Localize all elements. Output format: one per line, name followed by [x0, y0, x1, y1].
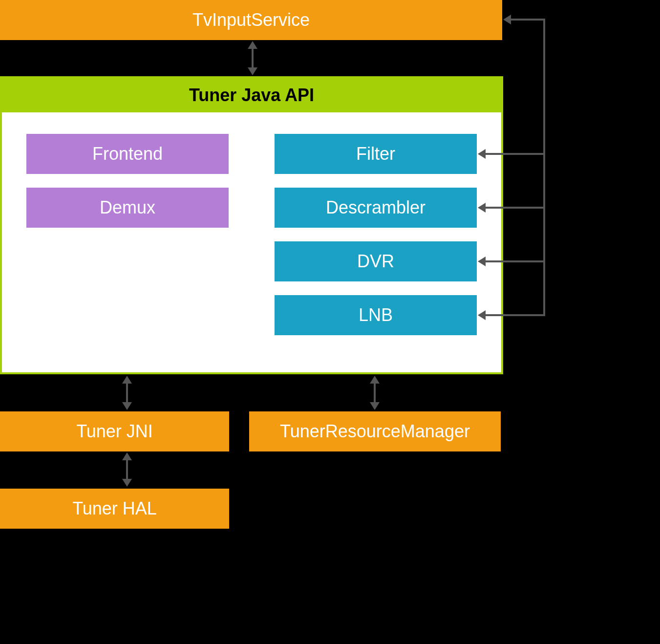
tuner-resource-manager-label: TunerResourceManager	[280, 421, 470, 442]
arrow-right-to-lnb	[486, 314, 545, 316]
demux-label: Demux	[100, 197, 155, 218]
filter-block: Filter	[275, 134, 477, 174]
arrow-right-trunk	[543, 20, 545, 315]
tuner-hal-label: Tuner HAL	[72, 498, 157, 519]
descrambler-label: Descrambler	[326, 197, 426, 218]
arrowhead-right-to-tvis	[503, 15, 511, 24]
demux-block: Demux	[26, 188, 229, 228]
arrowhead-tvis-api-up	[248, 41, 257, 49]
arrowhead-api-jni-down	[122, 402, 132, 410]
tv-input-service-block: TvInputService	[0, 0, 502, 40]
arrow-tvis-api	[252, 48, 254, 68]
tuner-hal-block: Tuner HAL	[0, 489, 229, 529]
arrowhead-right-to-filter	[478, 149, 486, 159]
tv-input-service-label: TvInputService	[192, 10, 310, 30]
arrowhead-right-to-lnb	[478, 310, 486, 320]
arrowhead-tvis-api-down	[248, 67, 257, 75]
arrowhead-right-to-descrambler	[478, 203, 486, 213]
lnb-label: LNB	[359, 305, 393, 325]
dvr-block: DVR	[275, 241, 477, 281]
descrambler-block: Descrambler	[275, 188, 477, 228]
arrow-right-to-tvis	[511, 19, 545, 21]
arrowhead-api-trm-down	[370, 402, 380, 410]
frontend-label: Frontend	[92, 144, 163, 164]
tuner-jni-label: Tuner JNI	[76, 421, 153, 442]
tuner-jni-block: Tuner JNI	[0, 411, 229, 451]
arrow-right-to-descrambler	[486, 207, 545, 209]
arrowhead-api-trm-up	[370, 376, 380, 384]
arrow-right-to-filter	[486, 153, 545, 155]
tuner-java-api-title: Tuner Java API	[189, 85, 314, 106]
arrowhead-api-jni-up	[122, 376, 132, 384]
dvr-label: DVR	[357, 251, 394, 272]
tuner-java-api-header: Tuner Java API	[2, 78, 501, 112]
filter-label: Filter	[356, 144, 395, 164]
tuner-resource-manager-block: TunerResourceManager	[249, 411, 501, 451]
lnb-block: LNB	[275, 295, 477, 335]
arrow-api-trm	[374, 383, 376, 403]
arrowhead-jni-hal-down	[122, 479, 132, 487]
arrowhead-right-to-dvr	[478, 257, 486, 266]
arrowhead-jni-hal-up	[122, 452, 132, 460]
arrow-right-to-dvr	[486, 260, 545, 262]
arrow-api-jni	[126, 383, 128, 403]
arrow-jni-hal	[126, 459, 128, 480]
frontend-block: Frontend	[26, 134, 229, 174]
